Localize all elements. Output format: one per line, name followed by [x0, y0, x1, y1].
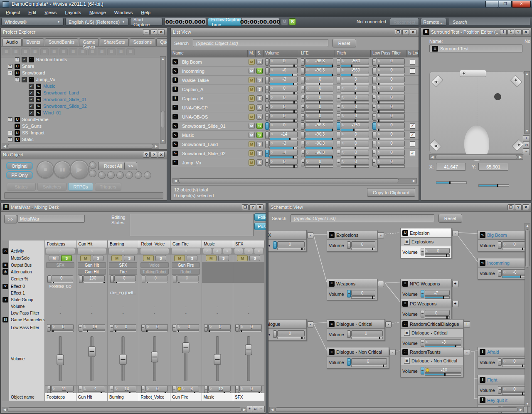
rtpc-slider-grip-icon[interactable]	[421, 367, 424, 374]
center-percent-slider[interactable]: 0	[140, 275, 169, 283]
collapse-icon[interactable]: -	[307, 232, 313, 238]
expand-icon[interactable]: +	[452, 301, 458, 307]
column-header-isloopi[interactable]: Is Loopi	[406, 50, 419, 57]
fader-handle[interactable]	[88, 346, 95, 357]
volume-slider[interactable]: ↻0	[234, 386, 264, 394]
object-name-cell[interactable]: Gun Fire	[170, 393, 202, 401]
duck-icon[interactable]: ∂	[244, 248, 253, 254]
meter-icon[interactable]: ◦	[98, 171, 106, 179]
rtpc-slider-grip-icon[interactable]	[347, 290, 351, 297]
low-pass-filter-slider[interactable]: ↻0	[371, 85, 406, 94]
toolbar-icon[interactable]: ▦	[50, 48, 58, 55]
toolbar-icon[interactable]: ▦	[69, 48, 77, 55]
tree-item-jump_vo[interactable]: +✓∷Jump_Vo	[2, 76, 159, 83]
effect0-cell[interactable]	[202, 283, 234, 290]
slider-grip-icon[interactable]	[337, 159, 340, 166]
node-volume-slider[interactable]: 0	[347, 241, 375, 250]
reset-value-icon[interactable]: ↻	[341, 123, 345, 127]
list-horizontal-scrollbar[interactable]: ◀▶	[172, 178, 417, 183]
loop-icon[interactable]: ◦	[144, 171, 151, 179]
reset-value-icon[interactable]: ↻	[270, 86, 273, 91]
schematic-node-random-critical-dialogue[interactable]: ∷RandomCriticalDialogue▣Dialogue - Criti…	[400, 319, 463, 350]
toolbar-icon[interactable]: ▦	[59, 48, 68, 55]
strip-header-robot_voice[interactable]: Robot_Voice	[139, 240, 171, 248]
slider-grip-icon[interactable]	[265, 131, 269, 139]
node-volume-slider[interactable]: 0	[347, 330, 383, 339]
tree-expander-icon[interactable]: +	[15, 77, 20, 82]
node-volume-slider[interactable]: -10	[421, 367, 461, 375]
collapse-icon[interactable]: -	[307, 321, 313, 327]
dock-icon[interactable]: ❐	[507, 204, 514, 210]
scroll-down-icon[interactable]: ▼	[525, 129, 530, 133]
reset-value-icon[interactable]: ↻	[341, 68, 345, 72]
solo-button[interactable]: S	[256, 150, 263, 156]
reset-value-icon[interactable]: ↻	[270, 59, 273, 63]
slider-grip-icon[interactable]	[301, 104, 305, 112]
scroll-down-icon[interactable]: ▼	[525, 402, 530, 406]
center-percent-slider[interactable]: 0	[171, 275, 200, 283]
reset-value-icon[interactable]: ↻	[209, 325, 212, 329]
reset-value-icon[interactable]: ↻	[341, 104, 345, 109]
strip-header-gun hit[interactable]: Gun Hit	[76, 240, 108, 248]
lfe-slider[interactable]: ↻0	[299, 159, 335, 167]
scroll-down-icon[interactable]: ▼	[160, 139, 165, 143]
pitch-slider[interactable]: ↻0	[335, 131, 371, 139]
menu-item-manage[interactable]: Manage	[85, 9, 110, 16]
object-name-cell[interactable]: SFX	[233, 393, 265, 401]
mute-button[interactable]: M	[249, 123, 255, 129]
schematic-node-explosion[interactable]: UExplosion▣ExplosionsVolume↻0-	[400, 228, 452, 258]
slider-grip-icon[interactable]	[265, 67, 269, 75]
wave-icon[interactable]: ≈	[223, 248, 232, 254]
slider-grip-icon[interactable]	[421, 310, 424, 317]
reset-value-icon[interactable]: ↻	[146, 325, 150, 329]
zoom-out-button[interactable]: −	[523, 149, 530, 155]
slider-grip-icon[interactable]	[265, 141, 269, 148]
state-group-cell[interactable]	[45, 296, 76, 303]
volume-slider[interactable]: ↻0	[264, 122, 299, 130]
slider-grip-icon[interactable]	[204, 324, 208, 332]
scroll-left-icon[interactable]: ◀	[2, 407, 7, 412]
reset-value-icon[interactable]: ↻	[83, 387, 87, 391]
copy-to-clipboard-button[interactable]: Copy to Clipboard	[367, 188, 415, 197]
reset-value-icon[interactable]: ↻	[305, 95, 309, 100]
low-pass-filter-slider[interactable]: ↻0	[371, 94, 406, 103]
table-row[interactable]: ‖Walkie-TalkieMS↻-3↻0↻0↻0	[171, 76, 419, 85]
mute-button[interactable]: M	[49, 255, 59, 261]
effect1-cell[interactable]	[202, 290, 234, 297]
collapse-icon[interactable]: -	[378, 281, 384, 287]
push-button[interactable]: Push	[254, 223, 266, 230]
reset-value-icon[interactable]: ↻	[270, 150, 273, 155]
solo-button[interactable]: S	[256, 68, 263, 74]
volume-slider[interactable]: ↻-4	[264, 149, 299, 158]
name-field[interactable]: ≣ Surround Test	[429, 45, 522, 52]
reset-value-icon[interactable]: ↻	[83, 325, 87, 329]
tab-sessions[interactable]: Sessions	[130, 38, 156, 46]
state-group-cell[interactable]	[170, 296, 202, 303]
attenuation-cell[interactable]	[45, 268, 76, 275]
tree-item-soundframe[interactable]: +USoundFrame	[2, 116, 159, 123]
toolbar-icon[interactable]: ▦	[79, 48, 87, 55]
scroll-left-icon[interactable]: ◀	[430, 155, 435, 159]
reset-value-icon[interactable]: ↻	[270, 114, 273, 118]
mute-button[interactable]: M	[249, 77, 255, 83]
slider-grip-icon[interactable]	[173, 275, 177, 283]
slider-grip-icon[interactable]	[337, 86, 340, 93]
tree-expander-icon[interactable]: +	[8, 64, 12, 69]
effect1-cell[interactable]: Fire_EQ (Defi...	[108, 290, 139, 297]
solo-button[interactable]: S	[256, 95, 263, 102]
tree-checkbox[interactable]: ✓	[29, 110, 34, 116]
x-slider[interactable]	[436, 181, 467, 184]
slider-grip-icon[interactable]	[142, 275, 145, 283]
center-percent-slider[interactable]: 100	[77, 275, 106, 283]
mute-button[interactable]: M	[111, 255, 122, 261]
headphones-icon[interactable]: ∩	[234, 248, 243, 254]
low-pass-filter-slider[interactable]: ↻19	[77, 324, 107, 332]
effect1-cell[interactable]	[45, 290, 76, 297]
tree-checkbox[interactable]: ✓	[29, 97, 34, 102]
tree-checkbox[interactable]: ✓	[29, 104, 34, 109]
slider-grip-icon[interactable]	[47, 386, 51, 393]
low-pass-filter-slider[interactable]: ↻0	[371, 131, 406, 139]
reset-value-icon[interactable]: ↻	[305, 59, 309, 63]
fader-track[interactable]	[247, 336, 250, 381]
output-bus-cell[interactable]: Voice	[139, 262, 171, 269]
